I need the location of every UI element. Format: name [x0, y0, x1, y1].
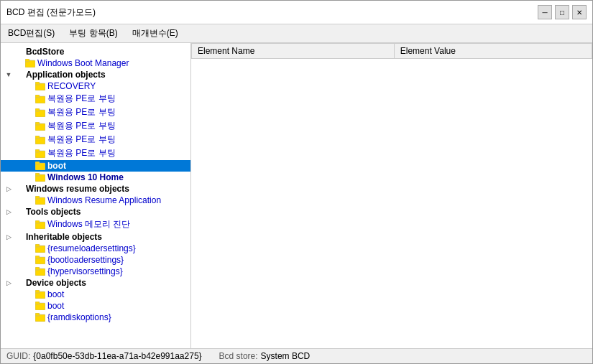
- minimize-icon: ─: [542, 9, 547, 17]
- svg-rect-13: [35, 149, 40, 152]
- minimize-button[interactable]: ─: [538, 5, 552, 19]
- tree-node-pe5[interactable]: 복원용 PE로 부팅: [1, 146, 190, 160]
- node-label-tools-objects: Tools objects: [26, 207, 81, 217]
- expand-icon-windows10home: [24, 172, 34, 182]
- bcd-value: System BCD: [261, 351, 311, 361]
- svg-rect-9: [35, 122, 40, 125]
- tree-node-recovery[interactable]: RECOVERY: [1, 80, 190, 92]
- tree-node-windows-resume-objects[interactable]: ▷Windows resume objects: [1, 183, 190, 195]
- node-label-boot-dev1: boot: [47, 289, 64, 299]
- status-bcd: Bcd store: System BCD: [219, 351, 311, 361]
- node-label-hypervisorsettings: {hypervisorsettings}: [47, 266, 123, 276]
- svg-rect-17: [35, 173, 40, 176]
- tree-node-windows10home[interactable]: Windows 10 Home: [1, 172, 190, 183]
- tree-node-hypervisorsettings[interactable]: {hypervisorsettings}: [1, 266, 190, 277]
- expand-icon-bootloadersettings: [24, 255, 34, 265]
- item-icon-windows-memory: [35, 220, 46, 230]
- item-icon-bootloadersettings: [35, 255, 46, 265]
- node-label-windows-resume-app: Windows Resume Application: [47, 195, 161, 205]
- close-button[interactable]: ✕: [572, 5, 587, 19]
- menu-bcd-edit[interactable]: BCD편집(S): [4, 26, 59, 41]
- title-bar: BCD 편집 (전문가모드) ─ □ ✕: [1, 1, 592, 24]
- tree-node-windows-boot-manager[interactable]: Windows Boot Manager: [1, 57, 190, 69]
- tree-node-boot-dev1[interactable]: boot: [1, 289, 190, 300]
- expand-icon-bcdstore: [4, 47, 14, 57]
- node-label-boot-node: boot: [47, 161, 66, 171]
- window-title: BCD 편집 (전문가모드): [6, 6, 96, 19]
- tree-node-inheritable-objects[interactable]: ▷Inheritable objects: [1, 231, 190, 243]
- svg-rect-33: [35, 313, 40, 316]
- tree-node-windows-resume-app[interactable]: Windows Resume Application: [1, 195, 190, 206]
- node-label-pe4: 복원용 PE로 부팅: [47, 134, 116, 146]
- tree-node-pe3[interactable]: 복원용 PE로 부팅: [1, 119, 190, 133]
- main-content: BcdStoreWindows Boot Manager▼Application…: [1, 43, 592, 348]
- close-icon: ✕: [576, 9, 582, 17]
- node-label-ramdiskoptions: {ramdiskoptions}: [47, 312, 111, 322]
- tree-node-device-objects[interactable]: ▷Device objects: [1, 277, 190, 289]
- col-element-name: Element Name: [192, 44, 395, 59]
- svg-rect-21: [35, 220, 40, 223]
- node-label-pe2: 복원용 PE로 부팅: [47, 106, 116, 118]
- item-icon-resumeloadersettings: [35, 243, 46, 253]
- svg-rect-5: [35, 95, 40, 98]
- svg-rect-23: [35, 244, 40, 247]
- item-icon-pe1: [35, 94, 46, 104]
- tree-node-resumeloadersettings[interactable]: {resumeloadersettings}: [1, 243, 190, 254]
- node-label-windows-boot-manager: Windows Boot Manager: [37, 58, 129, 68]
- tree-node-boot-node[interactable]: boot: [1, 160, 190, 172]
- item-icon-boot-dev2: [35, 301, 46, 311]
- item-icon-boot-node: [35, 161, 46, 171]
- item-icon-windows10home: [35, 172, 46, 182]
- expand-icon-application-objects: ▼: [4, 70, 14, 80]
- expand-icon-pe5: [24, 149, 34, 159]
- expand-icon-windows-memory: [24, 220, 34, 230]
- node-label-windows-resume-objects: Windows resume objects: [26, 184, 129, 194]
- item-icon-boot-dev1: [35, 289, 46, 299]
- col-element-value: Element Value: [394, 44, 592, 59]
- maximize-button[interactable]: □: [555, 5, 569, 19]
- node-label-resumeloadersettings: {resumeloadersettings}: [47, 243, 136, 253]
- node-label-pe5: 복원용 PE로 부팅: [47, 147, 116, 159]
- node-label-pe3: 복원용 PE로 부팅: [47, 120, 116, 132]
- svg-rect-31: [35, 302, 40, 304]
- node-label-application-objects: Application objects: [26, 70, 106, 80]
- node-label-windows-memory: Windows 메모리 진단: [47, 218, 130, 230]
- svg-rect-3: [35, 82, 40, 85]
- tree-node-bcdstore[interactable]: BcdStore: [1, 46, 190, 57]
- guid-value: {0a0fb50e-53db-11ea-a71a-b42e991aa275}: [33, 351, 201, 361]
- item-icon-windows-boot-manager: [24, 58, 36, 68]
- tree-node-tools-objects[interactable]: ▷Tools objects: [1, 206, 190, 218]
- svg-rect-19: [35, 196, 40, 199]
- status-guid: GUID: {0a0fb50e-53db-11ea-a71a-b42e991aa…: [6, 351, 202, 361]
- menu-variables[interactable]: 매개변수(E): [128, 26, 183, 41]
- expand-icon-ramdiskoptions: [24, 312, 34, 322]
- tree-node-pe4[interactable]: 복원용 PE로 부팅: [1, 133, 190, 146]
- tree-node-windows-memory[interactable]: Windows 메모리 진단: [1, 218, 190, 231]
- node-label-inheritable-objects: Inheritable objects: [26, 232, 102, 242]
- tree-node-boot-dev2[interactable]: boot: [1, 300, 190, 312]
- tree-node-pe2[interactable]: 복원용 PE로 부팅: [1, 106, 190, 119]
- expand-icon-windows-resume-objects: ▷: [4, 184, 14, 194]
- expand-icon-boot-dev1: [24, 289, 34, 299]
- item-icon-hypervisorsettings: [35, 266, 46, 276]
- item-icon-ramdiskoptions: [35, 312, 46, 322]
- detail-table: Element Name Element Value: [191, 43, 592, 59]
- expand-icon-hypervisorsettings: [24, 266, 34, 276]
- node-label-pe1: 복원용 PE로 부팅: [47, 93, 116, 105]
- expand-icon-windows-resume-app: [24, 195, 34, 205]
- guid-label: GUID:: [6, 351, 30, 361]
- expand-icon-device-objects: ▷: [4, 278, 14, 288]
- tree-node-application-objects[interactable]: ▼Application objects: [1, 69, 190, 80]
- item-icon-pe3: [35, 121, 46, 131]
- svg-rect-11: [35, 136, 40, 139]
- tree-node-pe1[interactable]: 복원용 PE로 부팅: [1, 92, 190, 106]
- tree-node-ramdiskoptions[interactable]: {ramdiskoptions}: [1, 312, 190, 323]
- tree-node-bootloadersettings[interactable]: {bootloadersettings}: [1, 254, 190, 266]
- menu-boot-items[interactable]: 부팅 항목(B): [65, 26, 121, 41]
- node-label-boot-dev2: boot: [47, 301, 64, 311]
- item-icon-pe2: [35, 108, 46, 118]
- maximize-icon: □: [560, 9, 564, 17]
- svg-rect-1: [25, 59, 29, 62]
- expand-icon-pe2: [24, 108, 34, 118]
- tree-panel: BcdStoreWindows Boot Manager▼Application…: [1, 43, 191, 348]
